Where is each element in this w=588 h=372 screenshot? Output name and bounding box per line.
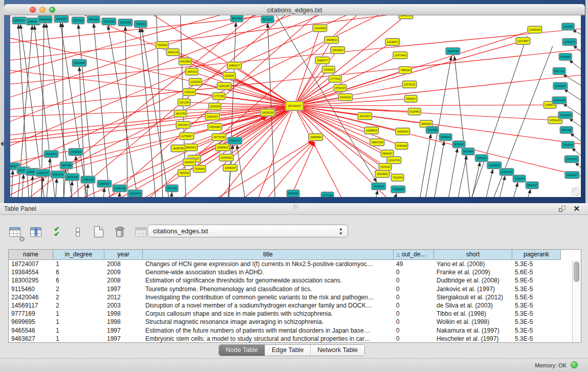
cell-short[interactable]: Jankovic et al. (1997)	[434, 285, 512, 293]
network-node[interactable]: 19384554	[309, 134, 323, 141]
network-node[interactable]: 7825402	[178, 169, 190, 177]
network-node[interactable]: 16775758	[212, 134, 226, 141]
column-header-title[interactable]: title	[143, 250, 394, 260]
network-node[interactable]: 7632104	[513, 175, 526, 182]
cell-year[interactable]: 2012	[104, 293, 143, 301]
network-node[interactable]: 7515526	[134, 20, 147, 28]
network-node[interactable]: 13261287	[217, 82, 231, 90]
table-row[interactable]: 1938455462009Genome-wide association stu…	[9, 268, 572, 276]
cell-title[interactable]: Disruption of a novel member of a sodium…	[143, 301, 394, 310]
network-node[interactable]: 12444135	[552, 97, 567, 104]
cell-name[interactable]: 9777169	[9, 310, 53, 318]
cell-year[interactable]: 1997	[104, 285, 143, 293]
cell-pagerank[interactable]: 5.5E-5	[512, 293, 561, 301]
network-node[interactable]: 15882477	[315, 57, 330, 64]
network-node[interactable]: 2342004	[189, 78, 202, 85]
network-node[interactable]: 7522546	[391, 174, 404, 181]
network-node[interactable]: 7524546	[193, 165, 206, 172]
network-node[interactable]: 9227341	[553, 68, 565, 75]
float-panel-icon[interactable]	[559, 206, 565, 212]
network-hub-node[interactable]: 18724007	[286, 101, 303, 111]
cell-out_degree[interactable]: 0	[394, 310, 434, 318]
table-row[interactable]: 977716911998Corpus callosum shape and si…	[9, 310, 572, 318]
network-node[interactable]: 9699695	[287, 190, 299, 197]
cell-name[interactable]: 9463627	[9, 335, 53, 342]
table-settings-icon[interactable]	[7, 224, 23, 239]
column-header-out_degree[interactable]: △out_de…	[394, 250, 434, 260]
network-node[interactable]: 14516482	[208, 123, 222, 130]
cell-out_degree[interactable]: 0	[394, 285, 434, 293]
panel-drag-grip[interactable]	[293, 205, 298, 209]
network-node[interactable]: 13505135	[65, 173, 79, 181]
cell-year[interactable]: 1997	[104, 326, 143, 335]
cell-short[interactable]: Tibbo et al. (1998)	[434, 310, 512, 318]
network-node[interactable]: 12975115	[402, 81, 417, 88]
network-node[interactable]: 11937264	[499, 168, 514, 176]
cell-in_degree[interactable]: 2	[53, 301, 104, 310]
network-node[interactable]: 1112845	[562, 23, 575, 30]
create-new-column-icon[interactable]	[91, 224, 106, 239]
network-node[interactable]: 19654923	[396, 128, 410, 135]
cell-year[interactable]: 2008	[104, 260, 143, 268]
network-node[interactable]: 12154377	[565, 171, 579, 179]
cell-year[interactable]: 1997	[104, 335, 143, 342]
cell-in_degree[interactable]: 1	[53, 326, 104, 335]
cell-title[interactable]: Structural magnetic resonance image aver…	[143, 318, 394, 326]
network-node[interactable]: 12923446	[128, 190, 142, 197]
network-node[interactable]: 9777169	[321, 192, 334, 197]
table-row[interactable]: 911546021997Tourette syndrome. Phenomeno…	[9, 285, 572, 293]
cell-year[interactable]: 2003	[104, 301, 143, 310]
cell-short[interactable]: de Silva et al. (2003)	[434, 301, 512, 310]
network-node[interactable]: 7663822	[156, 41, 168, 49]
network-node[interactable]: 6879197	[452, 141, 465, 148]
network-node[interactable]: 1640937	[183, 159, 195, 166]
network-node[interactable]: 9884067	[381, 150, 394, 157]
cell-out_degree[interactable]: 0	[394, 318, 434, 326]
cell-short[interactable]: Franke et al. (2009)	[434, 268, 512, 276]
network-node[interactable]: 1640954	[426, 126, 439, 134]
network-node[interactable]: 12754027	[180, 133, 194, 140]
network-node[interactable]: 18495756	[399, 15, 413, 19]
column-header-year[interactable]: year	[104, 250, 143, 260]
cell-year[interactable]: 1998	[104, 310, 143, 318]
cell-name[interactable]: 18300295	[9, 276, 53, 285]
table-row[interactable]: 969969511998Structural magnetic resonanc…	[9, 318, 572, 326]
network-node[interactable]: 12213987	[516, 37, 530, 45]
network-node[interactable]: 10958167	[97, 180, 112, 187]
cell-year[interactable]: 2008	[104, 276, 143, 285]
cell-out_degree[interactable]: 0	[394, 293, 434, 301]
cell-pagerank[interactable]: 5.3E-5	[512, 326, 561, 335]
network-node[interactable]: 9457791	[165, 185, 178, 192]
cell-pagerank[interactable]: 5.3E-5	[512, 310, 561, 318]
network-node[interactable]: 10996915	[215, 144, 230, 151]
network-node[interactable]: 1527602	[72, 17, 84, 24]
network-node[interactable]: 1777155	[212, 93, 225, 100]
cell-in_degree[interactable]: 1	[53, 318, 104, 326]
cell-pagerank[interactable]: 5.3E-5	[512, 301, 561, 310]
network-node[interactable]: 1162915	[322, 66, 335, 73]
cell-name[interactable]: 18724007	[9, 260, 53, 268]
cell-title[interactable]: Changes of HCN gene expression and I(f) …	[143, 260, 394, 268]
scrollbar-thumb[interactable]	[574, 261, 579, 282]
collapse-left-panel-arrow[interactable]	[1, 141, 4, 146]
network-node[interactable]: 17957225	[81, 176, 95, 183]
column-header-pagerank[interactable]: pagerank	[512, 250, 561, 260]
network-node[interactable]: 14671355	[118, 19, 133, 26]
network-node[interactable]: 15884277	[227, 62, 242, 69]
network-node[interactable]: 17534265	[391, 186, 405, 193]
cell-name[interactable]: 9115460	[9, 285, 53, 293]
network-node[interactable]: 12942757	[36, 169, 50, 177]
column-header-short[interactable]: short	[434, 250, 512, 260]
vertical-scrollbar[interactable]	[572, 260, 581, 342]
network-node[interactable]: 18807249	[370, 139, 384, 146]
tab-network-table[interactable]: Network Table	[311, 345, 364, 356]
table-row[interactable]: 946554611997Estimation of the future num…	[9, 326, 572, 335]
cell-title[interactable]: Estimation of the future numbers of pati…	[143, 326, 394, 335]
network-node[interactable]: 8912954	[179, 58, 191, 65]
network-node[interactable]: 10310593	[558, 112, 573, 119]
network-node[interactable]: 10446297	[223, 164, 237, 171]
network-node[interactable]: 14136141	[372, 183, 386, 190]
cell-out_degree[interactable]: 49	[394, 260, 434, 268]
network-node[interactable]: 18300295	[260, 109, 275, 116]
memory-ok-indicator[interactable]	[571, 361, 578, 368]
